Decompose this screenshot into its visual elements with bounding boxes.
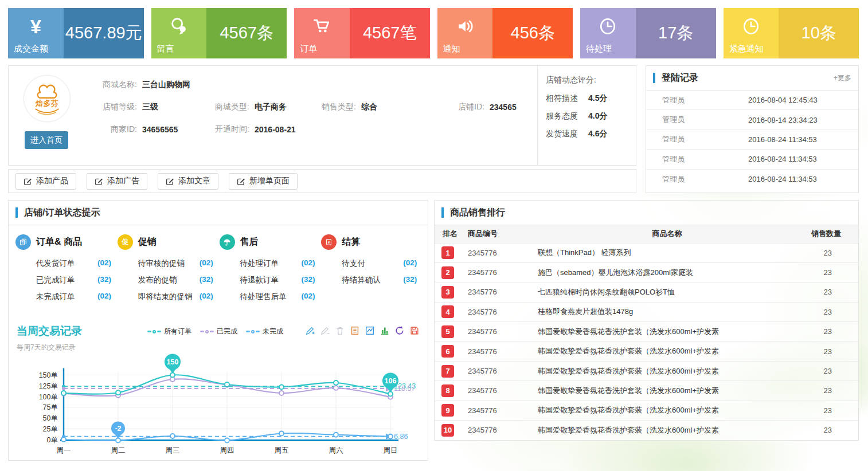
field-value: 三级 (142, 102, 158, 112)
stat-label: 待处理 (586, 44, 612, 54)
legend-item-all-orders[interactable]: 所有订单 (147, 327, 191, 336)
status-item[interactable]: 待处理售后单 (02) (240, 292, 322, 302)
status-item[interactable]: 待处理订单 (02) (240, 258, 322, 269)
status-item-label: 待支付 (342, 258, 397, 269)
ranking-title: 商品销售排行 (450, 207, 851, 219)
product-name: 联想（ThinkPad） 轻薄系列 (538, 243, 796, 262)
svg-text:150: 150 (167, 358, 179, 366)
stat-label: 紧急通知 (729, 44, 764, 54)
edit-icon (95, 177, 103, 186)
product-name: 七匹狼纯棉时尚休闲条纹翻领POLO衫T恤 (538, 282, 796, 302)
rank-badge: 2 (441, 266, 454, 279)
settlement-icon: ¥ (321, 234, 337, 250)
status-item-label: 即将结束的促销 (138, 292, 194, 302)
login-time: 2016-08-14 23:34:23 (748, 116, 818, 124)
status-item[interactable]: 即将结束的促销 (02) (138, 292, 220, 302)
login-record-row: 管理员 2016-08-14 23:34:23 (646, 110, 858, 129)
product-name: 韩国爱敬挚爱香氛花香洗护套装（洗发水600ml+护发素 (538, 401, 796, 420)
yen-icon: ¥ (30, 14, 41, 39)
status-item[interactable]: 发布的促销 (32) (138, 275, 220, 285)
data-view-icon[interactable] (350, 325, 360, 336)
enter-homepage-button[interactable]: 进入首页 (25, 131, 68, 149)
status-item-count: (32) (200, 275, 213, 285)
status-group-name: 订单& 商品 (36, 236, 82, 248)
product-qty: 23 (796, 421, 858, 440)
column-header-sku: 商品编号 (468, 225, 538, 243)
status-item-label: 待审核的促销 (138, 258, 194, 269)
title-accent-bar (653, 73, 655, 83)
svg-text:106: 106 (385, 377, 397, 385)
rank-badge: 5 (441, 325, 454, 338)
shop-info-panel: 焙多芬 进入首页 商城名称:三台山购物网 店铺等级:三级 商城类型:电子商务 (8, 65, 636, 166)
field-value: 综合 (361, 102, 377, 112)
save-icon[interactable] (409, 325, 420, 336)
legend-item-incomplete[interactable]: 未完成 (246, 327, 283, 336)
speaker-icon (455, 14, 475, 39)
status-item-label: 待处理订单 (240, 258, 296, 269)
stat-label: 订单 (300, 44, 317, 54)
action-label: 新增单页面 (249, 176, 290, 186)
svg-text:周四: 周四 (220, 446, 234, 454)
svg-text:周二: 周二 (111, 446, 126, 454)
score-row: 发货速度 4.6分 (546, 129, 636, 139)
stat-card-urgent: 紧急通知 10条 (724, 8, 859, 58)
edit-remove-icon[interactable] (320, 325, 330, 336)
legend-label: 已完成 (217, 327, 237, 336)
shop-score-box: 店铺动态评分: 相符描述 4.5分 服务态度 4.0分 发货速度 4.6分 (537, 66, 636, 165)
edit-add-icon[interactable] (305, 325, 315, 336)
status-item-count: (02) (97, 292, 111, 302)
status-item[interactable]: 待审核的促销 (02) (138, 258, 220, 269)
product-sku: 2345776 (468, 342, 538, 361)
refresh-icon[interactable] (394, 325, 405, 336)
stat-label: 通知 (443, 44, 460, 54)
chart-title: 当周交易记录 (17, 324, 126, 339)
field-label: 商家ID: (90, 124, 137, 135)
ranking-table: 排名 商品编号 商品名称 销售数量 1 2345776 联想（ThinkPad）… (435, 225, 858, 440)
ranking-row: 3 2345776 七匹狼纯棉时尚休闲条纹翻领POLO衫T恤 23 (435, 282, 858, 302)
stat-card-orders: 订单 4567笔 (294, 8, 430, 58)
status-group-settlement: ¥ 结算 待支付 (02) 待结算确认 (32) (321, 234, 423, 317)
stat-label: 成交金额 (14, 44, 48, 54)
status-item[interactable]: 待结算确认 (32) (342, 275, 423, 285)
product-qty: 23 (796, 401, 858, 420)
login-time: 2016-08-24 11:34:53 (748, 135, 817, 144)
add-action-button[interactable]: 新增单页面 (229, 173, 298, 190)
login-records-title: 登陆记录 (662, 72, 834, 84)
stat-card-notifications: 通知 456条 (437, 8, 573, 58)
bar-chart-icon[interactable] (380, 325, 390, 336)
status-item[interactable]: 待支付 (02) (342, 258, 423, 269)
action-label: 添加广告 (107, 176, 139, 186)
column-header-rank: 排名 (435, 225, 468, 243)
login-time: 2016-08-04 12:45:43 (748, 96, 818, 104)
product-sku: 2345776 (468, 243, 538, 262)
status-item[interactable]: 待退款订单 (32) (240, 275, 322, 285)
action-label: 添加文章 (178, 176, 210, 186)
add-action-button[interactable]: 添加文章 (158, 173, 218, 190)
add-action-button[interactable]: 添加产品 (15, 173, 76, 190)
more-link[interactable]: +更多 (834, 73, 851, 83)
add-action-button[interactable]: 添加广告 (87, 173, 147, 190)
stat-value: 456条 (492, 8, 573, 58)
delete-icon[interactable] (335, 325, 345, 336)
login-user: 管理员 (662, 134, 748, 144)
weekly-trade-chart: 0单25单50单75单100单125单150单周一周二周三周四周五周六周日123… (12, 348, 420, 462)
status-group-name: 促销 (138, 236, 157, 248)
product-sku: 2345776 (468, 361, 538, 380)
login-records-panel: 登陆记录 +更多 管理员 2016-08-04 12:45:43 管理员 201… (646, 65, 859, 193)
status-item[interactable]: 已完成订单 (32) (36, 275, 118, 285)
product-qty: 23 (796, 361, 858, 380)
legend-item-completed[interactable]: 已完成 (200, 327, 237, 336)
status-item[interactable]: 未完成订单 (02) (36, 292, 118, 302)
status-item[interactable]: 代发货订单 (02) (36, 258, 118, 269)
svg-text:¥: ¥ (328, 240, 330, 244)
score-value: 4.6分 (588, 129, 607, 139)
product-name: 韩国爱敬挚爱香氛花香洗护套装（洗发水600ml+护发素 (538, 361, 796, 380)
rank-badge: 6 (441, 345, 454, 358)
login-record-row: 管理员 2016-08-04 12:45:43 (646, 91, 858, 110)
quick-actions-bar: 添加产品 添加广告 添加文章 新增单页面 (8, 169, 636, 193)
line-chart-icon[interactable] (365, 325, 375, 336)
rank-badge: 3 (441, 286, 454, 299)
alarm-clock-icon (741, 14, 761, 39)
status-item-count: (02) (302, 292, 315, 302)
rank-badge: 10 (441, 424, 454, 437)
